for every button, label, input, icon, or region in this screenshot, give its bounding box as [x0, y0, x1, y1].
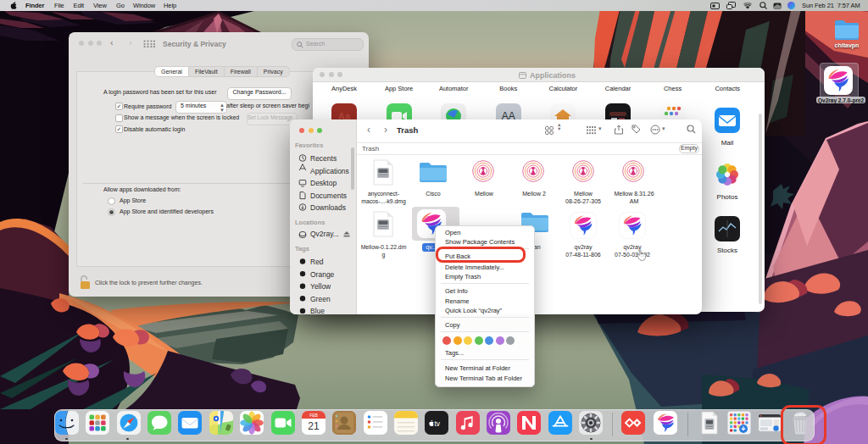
svg-text:FEB: FEB: [309, 413, 318, 418]
svg-text:21: 21: [308, 420, 320, 432]
svg-text:tv: tv: [435, 419, 441, 428]
